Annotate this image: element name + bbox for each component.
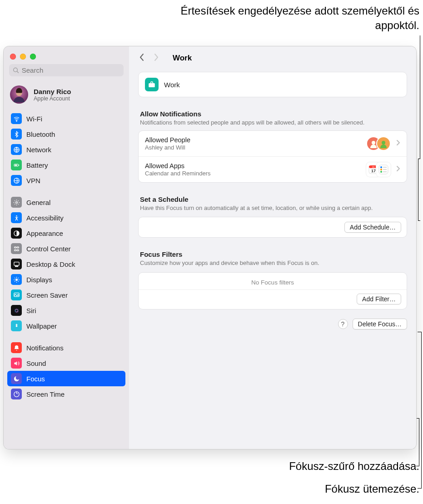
page-title: Work [173, 54, 192, 63]
help-button[interactable]: ? [338, 319, 348, 329]
filters-heading: Focus Filters [140, 250, 405, 258]
sidebar-item-label: Sound [26, 359, 46, 367]
annotation-top: Értesítések engedélyezése adott személye… [174, 4, 419, 33]
bluetooth-icon [11, 129, 22, 140]
network-icon [11, 144, 22, 155]
search-field[interactable] [9, 64, 124, 76]
sidebar-item-label: Battery [26, 161, 48, 169]
svg-point-3 [16, 120, 16, 121]
sidebar-item-bluetooth[interactable]: Bluetooth [7, 126, 125, 142]
sidebar-item-label: Displays [26, 276, 52, 284]
control-center-icon [11, 243, 22, 254]
siri-icon [11, 305, 22, 316]
svg-point-20 [14, 308, 19, 313]
sidebar: Danny Rico Apple Account Wi-FiBluetoothN… [4, 46, 129, 449]
desktop-dock-icon [11, 259, 22, 269]
svg-text:JUL: JUL [372, 166, 375, 168]
sidebar-item-battery[interactable]: Battery [7, 157, 125, 173]
sidebar-item-label: Bluetooth [26, 130, 55, 138]
briefcase-icon [145, 78, 159, 91]
sidebar-item-screen-saver[interactable]: Screen Saver [7, 287, 125, 303]
sidebar-item-label: Notifications [26, 344, 64, 352]
profile-row[interactable]: Danny Rico Apple Account [4, 82, 129, 109]
allow-heading: Allow Notifications [140, 110, 405, 118]
wallpaper-icon [11, 320, 22, 331]
reminders-icon [376, 162, 391, 177]
sidebar-item-general[interactable]: General [7, 195, 125, 210]
svg-point-18 [15, 279, 18, 281]
svg-point-0 [14, 68, 18, 72]
screen-saver-icon [11, 289, 22, 300]
add-schedule-button[interactable]: Add Schedule… [344, 222, 401, 233]
callout-line [418, 159, 418, 220]
callout-line [421, 332, 422, 488]
forward-button[interactable] [152, 52, 161, 65]
filters-section-head: Focus Filters Customize how your apps an… [140, 250, 405, 267]
sidebar-item-wallpaper[interactable]: Wallpaper [7, 318, 125, 334]
chevron-right-icon [396, 140, 400, 148]
apps-icons: JUL17 [371, 162, 391, 177]
sidebar-item-label: Desktop & Dock [26, 260, 75, 268]
svg-rect-15 [17, 250, 19, 251]
callout-line [418, 220, 420, 221]
allowed-apps-title: Allowed Apps [145, 162, 365, 170]
svg-text:17: 17 [371, 169, 376, 173]
wifi-icon [11, 113, 22, 124]
allowed-people-sub: Ashley and Will [145, 144, 365, 151]
sidebar-item-label: Wi-Fi [26, 115, 42, 123]
general-icon [11, 197, 22, 208]
svg-point-27 [382, 141, 385, 145]
avatar [10, 85, 28, 104]
sidebar-item-desktop-dock[interactable]: Desktop & Dock [7, 256, 125, 272]
svg-rect-17 [15, 266, 18, 266]
delete-focus-button[interactable]: Delete Focus… [353, 319, 407, 329]
content-pane: Work Work Allow Notifications Notificati… [129, 46, 416, 449]
sidebar-item-vpn[interactable]: VPN [7, 173, 125, 188]
sidebar-item-label: Siri [26, 307, 36, 314]
minimize-icon[interactable] [20, 54, 26, 60]
svg-point-33 [380, 166, 382, 168]
sidebar-item-network[interactable]: Network [7, 142, 125, 157]
sidebar-item-sound[interactable]: Sound [7, 355, 125, 371]
sidebar-item-label: Screen Time [26, 390, 65, 398]
sidebar-item-accessibility[interactable]: Accessibility [7, 210, 125, 225]
sidebar-item-focus[interactable]: Focus [7, 371, 125, 386]
vpn-icon [11, 175, 22, 186]
sidebar-item-siri[interactable]: Siri [7, 303, 125, 318]
focus-name: Work [164, 81, 180, 89]
sidebar-item-control-center[interactable]: Control Center [7, 241, 125, 256]
sidebar-item-label: Accessibility [26, 214, 64, 222]
svg-line-1 [17, 71, 18, 73]
sidebar-item-screen-time[interactable]: Screen Time [7, 386, 125, 402]
schedule-desc: Have this Focus turn on automatically at… [140, 204, 405, 212]
callout-line [416, 466, 419, 466]
search-input[interactable] [22, 66, 120, 74]
svg-point-9 [15, 201, 17, 203]
back-button[interactable] [137, 52, 146, 65]
close-icon[interactable] [10, 54, 16, 60]
filters-desc: Customize how your apps and device behav… [140, 259, 405, 267]
battery-icon [11, 160, 22, 170]
allowed-people-title: Allowed People [145, 136, 365, 144]
focus-name-card[interactable]: Work [138, 72, 407, 97]
chevron-right-icon [396, 165, 400, 174]
svg-rect-12 [14, 247, 16, 248]
displays-icon [11, 274, 22, 285]
sidebar-item-wifi[interactable]: Wi-Fi [7, 111, 125, 126]
schedule-section-head: Set a Schedule Have this Focus turn on a… [140, 195, 405, 212]
toolbar: Work [129, 46, 416, 70]
zoom-icon[interactable] [30, 54, 36, 60]
notifications-icon [11, 342, 22, 353]
sidebar-item-label: Network [26, 146, 51, 154]
sidebar-item-displays[interactable]: Displays [7, 272, 125, 287]
sidebar-item-appearance[interactable]: Appearance [7, 225, 125, 241]
svg-rect-13 [17, 247, 19, 248]
schedule-heading: Set a Schedule [140, 195, 405, 203]
sidebar-item-notifications[interactable]: Notifications [7, 340, 125, 355]
search-icon [13, 67, 19, 74]
add-filter-button[interactable]: Add Filter… [357, 294, 401, 304]
allowed-people-row[interactable]: Allowed People Ashley and Will [139, 131, 407, 156]
allowed-apps-row[interactable]: Allowed Apps Calendar and Reminders JUL1… [139, 156, 407, 182]
callout-line [418, 488, 422, 489]
svg-point-35 [380, 171, 382, 173]
